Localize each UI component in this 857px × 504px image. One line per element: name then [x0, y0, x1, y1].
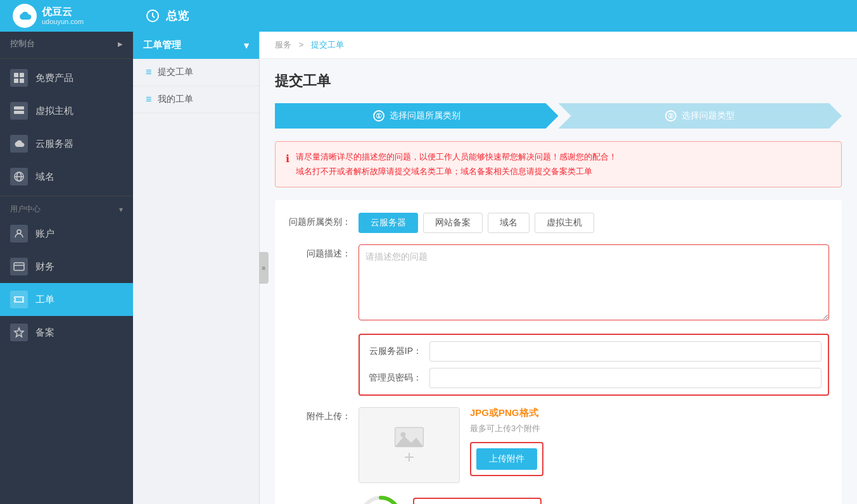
form-section: 问题所属类别： 云服务器 网站备案 域名 虚拟主机 问题描述： — [275, 200, 842, 504]
logo-icon — [13, 4, 37, 28]
cat-btn-domain[interactable]: 域名 — [488, 213, 530, 233]
category-row: 问题所属类别： 云服务器 网站备案 域名 虚拟主机 — [288, 213, 829, 233]
breadcrumb-parent[interactable]: 服务 — [275, 40, 291, 49]
header-title: 总览 — [146, 8, 189, 23]
breadcrumb-current: 提交工单 — [311, 40, 344, 49]
description-row: 问题描述： — [288, 244, 829, 322]
attachment-max: 最多可上传3个附件 — [470, 423, 829, 434]
upload-plus-icon: + — [404, 447, 414, 467]
alert-box: ℹ 请尽量清晰详尽的描述您的问题，以便工作人员能够快速帮您解决问题！感谢您的配合… — [275, 141, 842, 187]
breadcrumb: 服务 > 提交工单 — [260, 32, 857, 59]
svg-point-7 — [22, 108, 23, 109]
category-field: 云服务器 网站备案 域名 虚拟主机 — [359, 213, 829, 233]
collapse-handle[interactable]: ≡ — [259, 252, 269, 284]
attachment-row: 附件上传： + — [288, 407, 829, 483]
main-layout: 控制台 ▶ 免费产品 虚拟主机 云服务器 域名 — [0, 32, 857, 504]
sub-panel-header: 工单管理 ▾ — [133, 32, 259, 59]
svg-point-8 — [22, 112, 23, 113]
sidebar-item-finance[interactable]: 财务 — [0, 250, 133, 283]
attachment-info: JPG或PNG格式 最多可上传3个附件 上传附件 — [470, 407, 829, 476]
svg-rect-4 — [20, 79, 24, 83]
upload-btn[interactable]: 上传附件 — [476, 448, 537, 470]
category-label: 问题所属类别： — [288, 213, 351, 228]
alert-text: 请尽量清晰详尽的描述您的问题，以便工作人员能够快速帮您解决问题！感谢您的配合！ … — [296, 149, 617, 179]
description-input[interactable] — [359, 244, 829, 320]
cat-btn-virtual-host[interactable]: 虚拟主机 — [535, 213, 594, 233]
step-bar: ① 选择问题所属类别 ② 选择问题类型 — [275, 103, 842, 129]
progress-circle: 54% 0K/S — [359, 495, 403, 504]
svg-rect-2 — [20, 73, 24, 77]
description-field — [359, 244, 829, 322]
admin-password-input[interactable] — [429, 368, 822, 388]
step-2: ② 选择问题类型 — [559, 103, 842, 129]
action-row: 54% 0K/S 确认工单信息，提交 — [288, 495, 829, 504]
attachment-field: + JPG或PNG格式 最多可上传3个附件 上传附件 — [359, 407, 829, 483]
step-1-label: 选择问题所属类别 — [390, 110, 460, 122]
attachment-label: 附件上传： — [288, 407, 351, 422]
layers-icon: ≡ — [146, 66, 151, 78]
svg-rect-3 — [14, 79, 18, 83]
sub-panel: 工单管理 ▾ ≡ 提交工单 ≡ 我的工单 ≡ — [133, 32, 260, 504]
grid-icon — [10, 69, 28, 87]
page-title: 提交工单 — [275, 72, 842, 91]
sidebar-item-virtual-host[interactable]: 虚拟主机 — [0, 94, 133, 127]
upload-btn-area: 上传附件 — [470, 442, 543, 476]
attachment-format: JPG或PNG格式 — [470, 407, 829, 419]
top-header: 优豆云 udouyun.com 总览 — [0, 0, 857, 32]
submit-btn-area: 确认工单信息，提交 — [413, 498, 542, 504]
step-1-num: ① — [373, 110, 384, 122]
content-area: 服务 > 提交工单 提交工单 ① 选择问题所属类别 ② 选择问题类型 ℹ — [260, 32, 857, 504]
submenu-item-my-tickets[interactable]: ≡ 我的工单 — [133, 86, 259, 113]
step-2-num: ② — [665, 110, 676, 122]
ip-password-group: 云服务器IP：管理员密码： — [359, 334, 829, 396]
description-label: 问题描述： — [288, 244, 351, 260]
page-content: 提交工单 ① 选择问题所属类别 ② 选择问题类型 ℹ 请尽量清晰详尽的描述您的问… — [260, 59, 857, 504]
submenu-item-submit-ticket[interactable]: ≡ 提交工单 — [133, 59, 259, 86]
cloud-icon — [10, 135, 28, 153]
cat-btn-website-filing[interactable]: 网站备案 — [423, 213, 483, 233]
svg-rect-13 — [14, 263, 24, 270]
logo-text: 优豆云 udouyun.com — [42, 6, 84, 26]
layers-icon-2: ≡ — [146, 94, 151, 105]
category-buttons: 云服务器 网站备案 域名 虚拟主机 — [359, 213, 829, 233]
sidebar-item-domain[interactable]: 域名 — [0, 160, 133, 193]
globe-icon — [10, 168, 28, 186]
money-icon — [10, 258, 28, 275]
breadcrumb-sep: > — [299, 40, 304, 49]
cat-btn-cloud-server[interactable]: 云服务器 — [359, 213, 418, 233]
sidebar-item-free-products[interactable]: 免费产品 — [0, 61, 133, 94]
control-panel-header[interactable]: 控制台 ▶ — [0, 32, 133, 56]
chevron-down-icon: ▾ — [244, 40, 249, 51]
cloud-ip-input[interactable] — [429, 341, 822, 362]
svg-marker-15 — [15, 328, 23, 337]
sidebar-item-account[interactable]: 账户 — [0, 217, 133, 250]
attachment-area: + JPG或PNG格式 最多可上传3个附件 上传附件 — [359, 407, 829, 483]
sidebar-item-tickets[interactable]: 工单 — [0, 283, 133, 316]
star-icon — [10, 324, 28, 341]
sidebar-item-cloud-server[interactable]: 云服务器 — [0, 127, 133, 160]
info-icon: ℹ — [286, 150, 289, 179]
user-icon — [10, 225, 28, 243]
sidebar: 控制台 ▶ 免费产品 虚拟主机 云服务器 域名 — [0, 32, 133, 504]
ticket-icon — [10, 291, 28, 308]
server-icon — [10, 102, 28, 120]
sidebar-item-filing[interactable]: 备案 — [0, 316, 133, 349]
svg-rect-1 — [14, 73, 18, 77]
control-panel-arrow: ▶ — [118, 41, 123, 47]
svg-point-12 — [17, 230, 21, 234]
logo-area: 优豆云 udouyun.com — [13, 4, 146, 28]
step-2-label: 选择问题类型 — [682, 110, 735, 122]
user-center-label[interactable]: 用户中心 ▾ — [0, 199, 133, 217]
svg-point-17 — [400, 432, 405, 437]
upload-placeholder[interactable]: + — [359, 407, 460, 483]
step-1: ① 选择问题所属类别 — [275, 103, 559, 129]
